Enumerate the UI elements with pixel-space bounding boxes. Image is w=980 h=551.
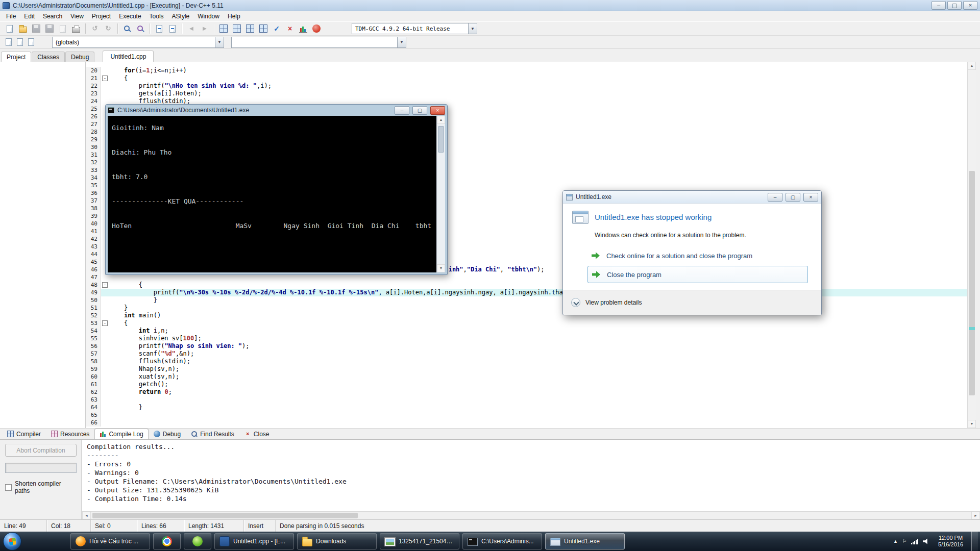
taskbar-button-downloads[interactable]: Downloads xyxy=(297,533,377,549)
dialog-minimize-button[interactable]: – xyxy=(768,193,782,202)
minimize-button[interactable]: – xyxy=(932,1,946,10)
dialog-maximize-button[interactable]: ▢ xyxy=(786,193,800,202)
crash-dialog-titlebar[interactable]: Untitled1.exe – ▢ × xyxy=(563,191,821,204)
taskbar-button-image-file[interactable]: 13254171_2150441... xyxy=(380,533,459,549)
scroll-down-icon[interactable]: ▼ xyxy=(437,264,445,272)
menu-project[interactable]: Project xyxy=(88,12,115,21)
code-line-59[interactable]: 59 Nhap(sv,n); xyxy=(86,365,967,373)
hidden-icons-chevron[interactable]: ▲ xyxy=(893,539,898,544)
panel-tab-compiler[interactable]: Compiler xyxy=(2,429,46,439)
console-minimize-button[interactable]: – xyxy=(395,106,409,115)
package-manager-button[interactable] xyxy=(257,22,270,35)
taskbar-clock[interactable]: 12:00 PM 5/16/2016 xyxy=(935,535,967,548)
crash-option-2[interactable]: Close the program xyxy=(587,266,808,283)
menu-window[interactable]: Window xyxy=(193,12,224,21)
network-icon[interactable] xyxy=(911,539,918,544)
scroll-thumb[interactable] xyxy=(438,126,444,153)
new-project-button[interactable] xyxy=(217,22,230,35)
bookmark-button[interactable] xyxy=(166,22,179,35)
new-file-button[interactable] xyxy=(3,22,16,35)
panel-tab-find-results[interactable]: Find Results xyxy=(186,429,239,439)
compile-button[interactable]: ✓ xyxy=(270,22,283,35)
chevron-down-icon[interactable]: ▼ xyxy=(215,37,224,47)
taskbar-button-coccoc[interactable] xyxy=(184,533,211,549)
code-line-54[interactable]: 54 int i,n; xyxy=(86,327,967,335)
chevron-down-icon[interactable]: ▼ xyxy=(468,23,477,34)
show-desktop-button[interactable] xyxy=(971,532,978,551)
chevron-down-icon[interactable]: ▼ xyxy=(397,37,406,47)
code-line-62[interactable]: 62 return 0; xyxy=(86,388,967,396)
project-options-button[interactable] xyxy=(243,22,257,35)
code-line-63[interactable]: 63 xyxy=(86,396,967,404)
scroll-down-icon[interactable]: ▼ xyxy=(968,420,976,428)
scroll-up-icon[interactable]: ▲ xyxy=(437,116,445,124)
class-browser-options-button[interactable] xyxy=(26,37,37,47)
menu-view[interactable]: View xyxy=(66,12,88,21)
goto-declaration-button[interactable] xyxy=(3,37,14,47)
taskbar-button-firefox[interactable]: Hỏi về Cấu trúc ... xyxy=(70,533,150,549)
menu-file[interactable]: File xyxy=(2,12,20,21)
menu-execute[interactable]: Execute xyxy=(115,12,145,21)
log-horizontal-scrollbar[interactable]: ◄ ► xyxy=(82,511,980,519)
editor-vertical-scrollbar[interactable]: ▲ ▼ xyxy=(967,62,976,428)
console-window[interactable]: C:\Users\Administrator\Documents\Untitle… xyxy=(105,104,448,275)
console-close-button[interactable]: × xyxy=(430,106,445,115)
console-titlebar[interactable]: C:\Users\Administrator\Documents\Untitle… xyxy=(106,105,447,116)
close-button[interactable]: × xyxy=(963,1,977,10)
code-line-50[interactable]: 50 } xyxy=(86,296,967,304)
code-line-56[interactable]: 56 printf("Nhap so sinh vien: "); xyxy=(86,342,967,350)
scroll-thumb[interactable] xyxy=(969,171,975,395)
code-line-48[interactable]: 48- { xyxy=(86,281,967,289)
sidebar-tab-classes[interactable]: Classes xyxy=(32,52,65,62)
code-line-66[interactable]: 66 xyxy=(86,419,967,427)
fold-toggle-icon[interactable]: - xyxy=(102,320,108,326)
sidebar-tab-project[interactable]: Project xyxy=(1,52,31,62)
profile-analysis-button[interactable] xyxy=(297,22,310,35)
panel-tab-debug[interactable]: Debug xyxy=(149,429,186,439)
console-scrollbar[interactable]: ▲ ▼ xyxy=(436,116,445,272)
crash-option-1[interactable]: Check online for a solution and close th… xyxy=(592,247,812,264)
chevron-down-icon[interactable] xyxy=(571,298,580,307)
code-line-60[interactable]: 60 xuat(sv,n); xyxy=(86,373,967,381)
fold-toggle-icon[interactable]: - xyxy=(102,282,108,288)
shorten-paths-checkbox[interactable] xyxy=(5,484,12,491)
panel-tab-close[interactable]: ×Close xyxy=(239,429,275,439)
code-line-61[interactable]: 61 getch(); xyxy=(86,381,967,388)
print-button[interactable] xyxy=(69,22,83,35)
dialog-close-button[interactable]: × xyxy=(803,193,818,202)
code-line-22[interactable]: 22 printf("\nHo ten sinh vien %d: ",i); xyxy=(86,82,967,90)
code-line-58[interactable]: 58 fflush(stdin); xyxy=(86,358,967,365)
find-button[interactable] xyxy=(120,22,134,35)
view-problem-details[interactable]: View problem details xyxy=(585,299,642,306)
crash-dialog[interactable]: Untitled1.exe – ▢ × Untitled1.exe has st… xyxy=(562,190,822,315)
code-line-53[interactable]: 53- { xyxy=(86,319,967,327)
taskbar-button-untitled1-exe[interactable]: Untitled1.exe xyxy=(545,533,625,549)
compiler-profile-combo[interactable]: TDM-GCC 4.9.2 64-bit Release ▼ xyxy=(352,23,477,34)
scroll-up-icon[interactable]: ▲ xyxy=(968,62,976,70)
code-line-49[interactable]: 49 printf("\n%-30s %-10s %-2d/%-2d/%-4d … xyxy=(86,289,967,296)
scroll-thumb[interactable] xyxy=(92,513,358,518)
compile-and-run-button[interactable] xyxy=(310,22,323,35)
menu-search[interactable]: Search xyxy=(39,12,66,21)
editor-tab-untitled1[interactable]: Untitled1.cpp xyxy=(103,51,154,62)
scroll-left-icon[interactable]: ◄ xyxy=(82,512,91,519)
console-maximize-button[interactable]: ▢ xyxy=(412,106,427,115)
code-line-55[interactable]: 55 sinhvien sv[100]; xyxy=(86,335,967,342)
replace-button[interactable] xyxy=(134,22,147,35)
goto-line-button[interactable] xyxy=(153,22,166,35)
code-line-21[interactable]: 21- { xyxy=(86,74,967,82)
taskbar-button-chrome[interactable] xyxy=(153,533,181,549)
stop-execution-button[interactable]: × xyxy=(283,22,297,35)
taskbar-button-devcpp[interactable]: Untitled1.cpp - [E... xyxy=(214,533,294,549)
goto-definition-button[interactable] xyxy=(14,37,26,47)
taskbar-button-console-window[interactable]: C:\Users\Adminis... xyxy=(462,533,542,549)
open-file-button[interactable] xyxy=(16,22,30,35)
code-line-57[interactable]: 57 scanf("%d",&n); xyxy=(86,350,967,358)
abort-compilation-button[interactable]: Abort Compilation xyxy=(5,444,77,457)
code-line-64[interactable]: 64 } xyxy=(86,404,967,411)
code-line-23[interactable]: 23 gets(a[i].Hoten); xyxy=(86,90,967,97)
code-line-65[interactable]: 65 xyxy=(86,411,967,419)
start-button[interactable] xyxy=(3,532,21,550)
sidebar-tab-debug[interactable]: Debug xyxy=(65,52,94,62)
panel-tab-resources[interactable]: Resources xyxy=(46,429,94,439)
